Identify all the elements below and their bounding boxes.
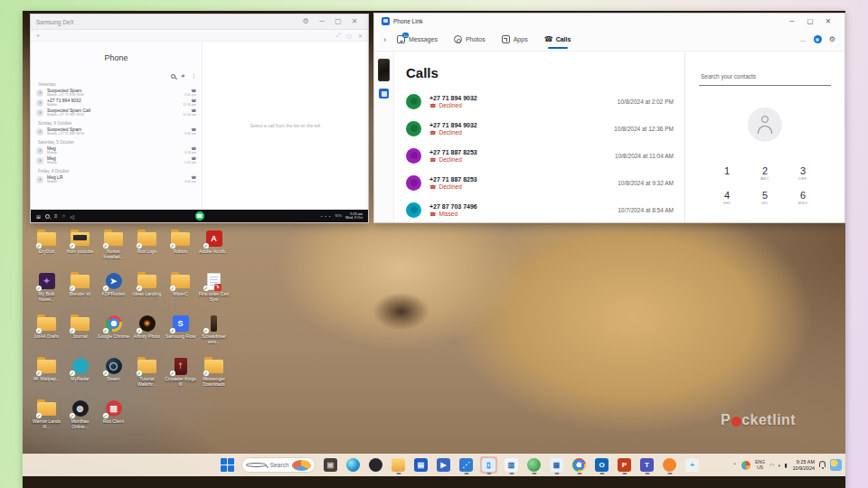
- desktop-icon[interactable]: ◍✓Mordhau Online...: [63, 398, 97, 440]
- taskbar-phone-link[interactable]: ▯: [480, 456, 497, 474]
- taskbar-edge[interactable]: [344, 456, 362, 474]
- desktop-icon[interactable]: ✓Screwdriver sets...: [197, 313, 231, 355]
- desktop-icon[interactable]: †✓Crusader Kings III: [164, 355, 197, 398]
- weather-widget-icon[interactable]: [830, 459, 842, 471]
- dex-settings-icon[interactable]: ⚙: [297, 14, 314, 29]
- desktop-icon[interactable]: ✓4K Wallpap...: [30, 355, 63, 398]
- taskbar-task-view[interactable]: ▣: [322, 456, 339, 474]
- taskbar-code-app[interactable]: ⋰: [458, 456, 475, 474]
- start-button[interactable]: [220, 457, 235, 473]
- desktop-icon[interactable]: A✓Adobe Acrob...: [197, 228, 231, 270]
- desktop-icon[interactable]: ✓Steam: [97, 355, 130, 398]
- phone-status-badge[interactable]: [814, 35, 822, 43]
- desktop-icon[interactable]: ✓EzyDub: [30, 228, 63, 270]
- tab-calls[interactable]: ☎ Calls: [544, 30, 571, 49]
- call-history-row[interactable]: +27 87 703 7496☎Missed10/7/2024 at 8:54 …: [406, 196, 684, 223]
- call-history-row[interactable]: +27 71 887 8253☎Declined10/8/2024 at 11:…: [406, 142, 684, 169]
- dialpad-key-4[interactable]: 4GHI: [708, 190, 746, 205]
- desktop-icon[interactable]: ✓Warrior Lands III...: [30, 398, 63, 440]
- phone-link-minimize-button[interactable]: ─: [783, 17, 801, 25]
- taskbar-movies[interactable]: ▶: [435, 456, 452, 474]
- dex-call-row[interactable]: Meg LRMobile☎4:40 pm: [36, 174, 196, 184]
- tray-sync-icon[interactable]: [741, 461, 750, 470]
- taskbar-green-app[interactable]: [525, 456, 542, 474]
- taskbar-chrome[interactable]: [571, 456, 588, 474]
- dex-clock[interactable]: 9:23 am Wed, 9 Oct: [345, 212, 363, 221]
- desktop-icon[interactable]: ✓WiperC: [164, 270, 197, 313]
- desktop-icon[interactable]: ✳✓Affinity Photo: [130, 313, 164, 355]
- dex-keypad-icon[interactable]: #: [182, 73, 184, 79]
- rail-app-icon[interactable]: [379, 89, 389, 99]
- dex-search-taskbar-icon[interactable]: [45, 214, 50, 219]
- desktop-icon[interactable]: S✓Samsung Flow: [164, 313, 197, 355]
- dex-close-button[interactable]: ✕: [346, 14, 363, 29]
- desktop-icon[interactable]: ✓from youtube: [63, 228, 97, 270]
- desktop-icon[interactable]: ✓MyRadar: [63, 355, 97, 398]
- taskbar-powerpoint[interactable]: P: [616, 456, 633, 474]
- dex-home-icon[interactable]: ○: [62, 213, 66, 219]
- desktop-icon[interactable]: ✓Journal: [63, 313, 97, 355]
- dialpad-key-6[interactable]: 6MNO: [784, 190, 822, 205]
- dex-back-icon[interactable]: ◁: [70, 213, 74, 220]
- network-volume-battery-icons[interactable]: ◠ ◖ ▮: [769, 462, 788, 468]
- dex-call-row[interactable]: Suspected Spam CallMobile +27 71 887 825…: [36, 108, 196, 117]
- tab-messages[interactable]: 10 Messages: [397, 30, 438, 49]
- desktop-icon[interactable]: ✓Roblox: [164, 228, 197, 270]
- collapse-sidebar-chevron[interactable]: ›: [383, 35, 386, 44]
- dex-app-maximize-icon[interactable]: ▢: [346, 33, 352, 39]
- desktop-icon[interactable]: ✓Riot Logs: [130, 228, 164, 270]
- dex-app-close-icon[interactable]: ✕: [358, 33, 363, 39]
- tab-photos[interactable]: Photos: [454, 30, 486, 49]
- taskbar-dark-app[interactable]: [367, 456, 384, 474]
- dex-maximize-button[interactable]: ▢: [330, 14, 346, 29]
- desktop-icon[interactable]: ✓Tutorial Walkthr...: [130, 355, 164, 398]
- search-contacts-input[interactable]: Search your contacts: [699, 63, 831, 86]
- taskbar-stats-app[interactable]: ▥: [503, 456, 520, 474]
- desktop-icon[interactable]: ✓Norton Installati...: [97, 228, 130, 270]
- phone-link-maximize-button[interactable]: ▢: [801, 17, 819, 25]
- dex-new-tab-button[interactable]: +: [36, 33, 329, 39]
- desktop-icon[interactable]: ✓1stAA Drafts: [30, 313, 63, 355]
- tab-apps[interactable]: Apps: [502, 30, 528, 49]
- notifications-bell-icon[interactable]: [819, 461, 826, 467]
- dex-call-row[interactable]: MegMobile☎1:05 pm: [36, 155, 196, 165]
- dex-call-row[interactable]: MegMobile☎3:18 pm: [36, 145, 196, 155]
- settings-gear-icon[interactable]: ⚙: [829, 35, 835, 43]
- clock[interactable]: 9:25 AM 10/9/2024: [793, 459, 815, 471]
- desktop-icon[interactable]: ✓Ideas Landing: [130, 270, 164, 313]
- dialpad-key-1[interactable]: 1: [708, 165, 746, 181]
- desktop-icon[interactable]: ✓Blender stl: [63, 270, 97, 313]
- taskbar-calculator[interactable]: ▦: [548, 456, 565, 474]
- taskbar-orange-app[interactable]: [661, 456, 678, 474]
- desktop-icon[interactable]: ✓Messenger Downloads: [197, 355, 231, 398]
- desktop-icon[interactable]: ▥✓Riot Client: [97, 398, 130, 440]
- dex-call-row[interactable]: +27 71 894 9032Mobile☎12:36 pm: [36, 98, 196, 108]
- phone-screen-thumbnail[interactable]: [378, 59, 390, 81]
- call-history-row[interactable]: +27 71 894 9032☎Declined10/8/2024 at 12:…: [406, 115, 684, 142]
- taskbar-outlook[interactable]: O: [593, 456, 610, 474]
- dex-more-icon[interactable]: ⋮: [191, 73, 196, 79]
- overflow-menu-icon[interactable]: …: [800, 36, 807, 42]
- dex-phone-taskbar-icon[interactable]: ☎: [195, 211, 204, 221]
- phone-link-close-button[interactable]: ✕: [819, 17, 837, 25]
- desktop-icon[interactable]: ➤✓KDPRocket: [97, 270, 130, 313]
- dex-call-row[interactable]: Suspected SpamMobile +27 71 894 9032☎2:0…: [36, 88, 196, 98]
- dialpad-key-5[interactable]: 5JKL: [746, 190, 784, 205]
- taskbar-game-launcher[interactable]: +: [684, 456, 701, 474]
- taskbar-search-box[interactable]: Search: [241, 457, 316, 473]
- tray-overflow-chevron[interactable]: ⌃: [732, 462, 737, 468]
- desktop-icon[interactable]: A✓First order Cert Syst: [197, 270, 231, 313]
- language-indicator[interactable]: ENG US: [755, 460, 765, 470]
- desktop-icon[interactable]: ✦✓My Bulk Novel...: [30, 270, 63, 313]
- dex-minimize-button[interactable]: ─: [314, 14, 330, 29]
- taskbar-teams[interactable]: T: [638, 456, 656, 474]
- dex-apps-icon[interactable]: ⊞: [36, 213, 41, 220]
- dex-call-row[interactable]: Suspected SpamMobile +27 71 887 8253☎9:3…: [36, 127, 196, 136]
- dialpad-key-3[interactable]: 3DEF: [784, 165, 822, 181]
- call-history-row[interactable]: +27 71 887 8253☎Declined10/8/2024 at 9:3…: [406, 169, 684, 196]
- call-history-row[interactable]: +27 71 894 9032☎Declined10/8/2024 at 2:0…: [406, 88, 684, 115]
- dex-recents-icon[interactable]: ≡: [54, 213, 58, 219]
- dialpad-key-2[interactable]: 2ABC: [746, 165, 784, 181]
- dex-app-restore-icon[interactable]: ⤢: [335, 33, 340, 39]
- taskbar-store[interactable]: ▤: [412, 456, 429, 474]
